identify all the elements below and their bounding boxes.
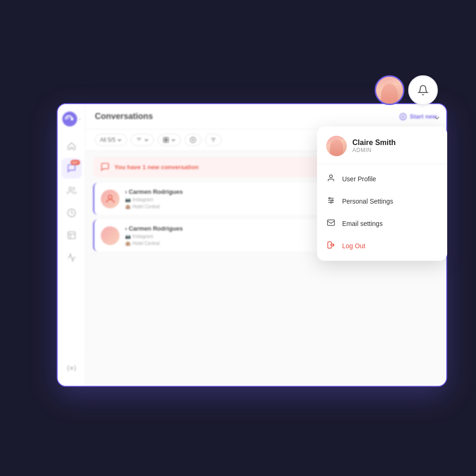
svg-point-26 <box>329 198 331 199</box>
dropdown-user-role: ADMIN <box>352 147 396 153</box>
notification-text: You have 1 new conversation <box>114 164 198 171</box>
svg-rect-13 <box>164 140 166 143</box>
filter-advanced[interactable] <box>205 134 222 146</box>
dropdown-user-section: Claire Smith ADMIN <box>317 126 447 164</box>
user-menu-chevron[interactable] <box>431 112 443 124</box>
svg-point-4 <box>70 367 73 370</box>
sidebar-item-conversations[interactable]: 10+ <box>61 158 82 178</box>
menu-item-personal-settings[interactable]: Personal Settings <box>317 190 447 212</box>
menu-item-profile-label: User Profile <box>342 175 376 183</box>
sidebar-nav: 10+ <box>61 136 82 378</box>
person-icon <box>326 174 336 184</box>
dropdown-menu-items: User Profile Personal Settings Email set… <box>317 164 447 261</box>
filter-all-label: All 5/5 <box>100 137 115 143</box>
menu-item-personal-settings-label: Personal Settings <box>342 198 393 205</box>
sidebar-item-campaigns[interactable] <box>61 225 82 245</box>
menu-item-profile[interactable]: User Profile <box>317 168 447 190</box>
logo-icon <box>62 112 77 126</box>
outer-container: › 10+ <box>29 75 447 401</box>
svg-point-22 <box>330 175 332 178</box>
svg-point-27 <box>332 200 333 201</box>
svg-point-21 <box>108 195 112 199</box>
dropdown-avatar <box>326 136 347 156</box>
svg-rect-12 <box>166 138 169 140</box>
user-avatar-button[interactable] <box>375 75 404 105</box>
sliders-icon <box>326 196 336 206</box>
menu-item-logout-label: Log Out <box>342 242 365 250</box>
sidebar-chevron: › <box>79 116 81 122</box>
user-dropdown-menu: Claire Smith ADMIN User Profile Personal… <box>317 126 447 261</box>
sidebar-item-reports[interactable] <box>61 203 82 223</box>
avatar <box>101 226 119 245</box>
svg-rect-3 <box>68 232 75 239</box>
sidebar-item-integrations[interactable] <box>61 358 82 378</box>
svg-rect-14 <box>166 140 169 143</box>
svg-point-1 <box>69 187 72 191</box>
dropdown-user-info: Claire Smith ADMIN <box>352 139 396 153</box>
content-header: Conversations Start new <box>86 104 446 129</box>
sidebar-item-announcements[interactable] <box>61 247 82 268</box>
sidebar: › 10+ <box>58 104 86 386</box>
conversations-title: Conversations <box>95 112 153 121</box>
filter-channel[interactable] <box>185 134 201 146</box>
sidebar-item-contacts[interactable] <box>61 180 82 201</box>
filter-sort[interactable] <box>131 134 154 146</box>
top-bar <box>375 75 438 105</box>
avatar <box>101 190 119 208</box>
menu-item-email-settings[interactable]: Email settings <box>317 212 447 235</box>
notification-bell-button[interactable] <box>408 75 438 105</box>
sidebar-item-home[interactable] <box>61 136 82 156</box>
menu-item-logout[interactable]: Log Out <box>317 235 447 257</box>
dropdown-user-name: Claire Smith <box>352 139 396 147</box>
svg-point-28 <box>331 202 332 203</box>
conversations-badge: 10+ <box>71 160 80 165</box>
filter-all[interactable]: All 5/5 <box>95 134 127 146</box>
sidebar-logo[interactable]: › <box>62 112 81 126</box>
svg-rect-29 <box>328 220 335 225</box>
filter-template[interactable] <box>158 134 181 146</box>
menu-item-email-settings-label: Email settings <box>342 220 383 227</box>
svg-point-0 <box>71 118 73 120</box>
svg-rect-11 <box>164 138 166 140</box>
logout-icon <box>326 241 336 251</box>
envelope-icon <box>326 218 336 229</box>
